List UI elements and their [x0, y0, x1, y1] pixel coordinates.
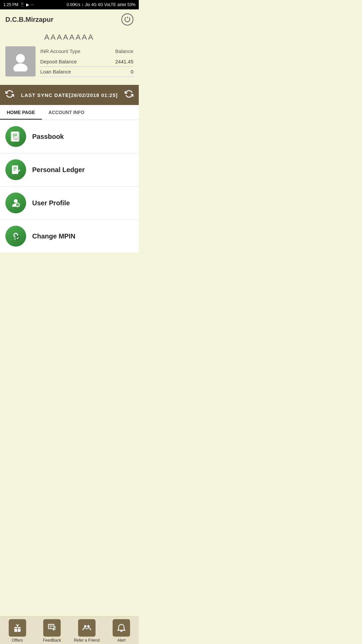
menu-list: 📖 Passbook Personal Ledger ✓ [0, 120, 139, 253]
svg-text:✓: ✓ [16, 204, 19, 207]
balance-header: Balance [115, 48, 133, 54]
svg-rect-8 [12, 165, 18, 174]
sync-bar[interactable]: LAST SYNC DATE[26/02/2018 01:25] [0, 85, 139, 105]
sync-right-icon [125, 90, 133, 100]
svg-point-12 [14, 199, 17, 203]
sync-left-icon [5, 90, 14, 100]
passbook-label: Passbook [32, 133, 64, 141]
loan-label: Loan Balance [40, 69, 71, 74]
svg-point-0 [16, 54, 25, 63]
signal-icon: ↕ [81, 2, 83, 7]
user-name: AAAAAAAA [5, 33, 133, 42]
status-left: 1:25 PM 📱 ▶ ··· [3, 2, 34, 7]
loan-value: 0 [131, 69, 133, 74]
tab-home-page[interactable]: HOME PAGE [0, 105, 42, 120]
deposit-row: Deposit Balance 2441.45 [40, 57, 133, 67]
battery: 53% [127, 2, 135, 7]
deposit-value: 2441.45 [115, 59, 133, 64]
avatar [5, 46, 36, 76]
whatsapp-icon: 📱 [20, 2, 25, 7]
account-card: INR Account Type Balance Deposit Balance… [5, 46, 133, 77]
passbook-icon-circle: 📖 [5, 126, 26, 147]
dots-icon: ··· [31, 2, 34, 7]
sync-text: LAST SYNC DATE[26/02/2018 01:25] [21, 92, 118, 98]
svg-point-1 [13, 63, 27, 71]
svg-text:📖: 📖 [13, 136, 18, 141]
status-time: 1:25 PM [3, 2, 18, 7]
tab-account-info[interactable]: ACCOUNT INFO [42, 105, 91, 120]
account-type-label: INR Account Type [40, 48, 80, 54]
app-header: D.C.B.Mirzapur [0, 9, 139, 30]
power-button[interactable] [121, 13, 133, 25]
network-speed: 0.00K/s [67, 2, 80, 7]
youtube-icon: ▶ [26, 2, 29, 7]
menu-item-user-profile[interactable]: ✓ User Profile [0, 186, 139, 220]
mpin-icon-circle [5, 226, 26, 247]
menu-item-personal-ledger[interactable]: Personal Ledger [0, 153, 139, 186]
deposit-label: Deposit Balance [40, 59, 77, 64]
carrier1: Jio 4G 4G VoLTE [85, 2, 116, 7]
status-right: 0.00K/s ↕ Jio 4G 4G VoLTE airtel 53% [67, 2, 135, 7]
ledger-icon-circle [5, 159, 26, 180]
profile-icon-circle: ✓ [5, 193, 26, 213]
carrier2: airtel [117, 2, 126, 7]
loan-row: Loan Balance 0 [40, 67, 133, 77]
tabs: HOME PAGE ACCOUNT INFO [0, 105, 139, 120]
user-section: AAAAAAAA INR Account Type Balance Deposi… [0, 30, 139, 82]
app-title: D.C.B.Mirzapur [5, 16, 53, 23]
mpin-label: Change MPIN [32, 232, 75, 240]
menu-item-change-mpin[interactable]: Change MPIN [0, 220, 139, 253]
profile-label: User Profile [32, 199, 70, 207]
menu-item-passbook[interactable]: 📖 Passbook [0, 120, 139, 153]
ledger-label: Personal Ledger [32, 166, 85, 174]
status-bar: 1:25 PM 📱 ▶ ··· 0.00K/s ↕ Jio 4G 4G VoLT… [0, 0, 139, 9]
account-info: INR Account Type Balance Deposit Balance… [40, 46, 133, 77]
account-type-row: INR Account Type Balance [40, 46, 133, 56]
